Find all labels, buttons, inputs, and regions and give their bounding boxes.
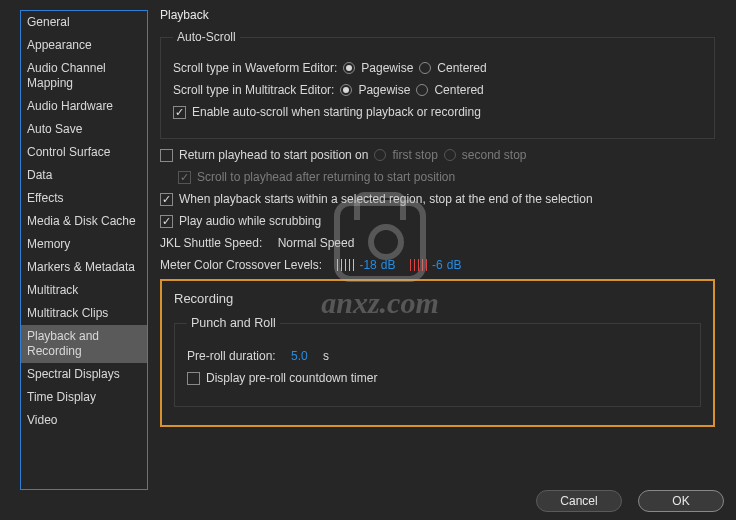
auto-scroll-group: Auto-Scroll Scroll type in Waveform Edit…	[160, 30, 715, 139]
scroll-waveform-pagewise-label: Pagewise	[361, 60, 413, 76]
sidebar-item-multitrack[interactable]: Multitrack	[21, 279, 147, 302]
sidebar-item-control-surface[interactable]: Control Surface	[21, 141, 147, 164]
dialog-footer: Cancel OK	[536, 490, 724, 512]
stop-at-end-label: When playback starts within a selected r…	[179, 191, 593, 207]
preferences-dialog: General Appearance Audio Channel Mapping…	[0, 0, 736, 520]
cancel-button[interactable]: Cancel	[536, 490, 622, 512]
sidebar-item-data[interactable]: Data	[21, 164, 147, 187]
punch-and-roll-group: Punch and Roll Pre-roll duration: 5.0 s …	[174, 316, 701, 407]
sidebar-item-time-display[interactable]: Time Display	[21, 386, 147, 409]
sidebar-item-multitrack-clips[interactable]: Multitrack Clips	[21, 302, 147, 325]
sidebar-item-general[interactable]: General	[21, 11, 147, 34]
scroll-multitrack-pagewise-label: Pagewise	[358, 82, 410, 98]
preroll-countdown-label: Display pre-roll countdown timer	[206, 370, 377, 386]
recording-section-title: Recording	[174, 291, 701, 306]
recording-highlight-frame: Recording Punch and Roll Pre-roll durati…	[160, 279, 715, 427]
preroll-duration-value[interactable]: 5.0	[291, 348, 308, 364]
preroll-duration-unit: s	[323, 348, 329, 364]
second-stop-radio	[444, 149, 456, 161]
sidebar-item-markers-metadata[interactable]: Markers & Metadata	[21, 256, 147, 279]
scroll-multitrack-centered-radio[interactable]	[416, 84, 428, 96]
sidebar-item-auto-save[interactable]: Auto Save	[21, 118, 147, 141]
meter-low-db[interactable]: -18	[359, 257, 376, 273]
scroll-to-playhead-label: Scroll to playhead after returning to st…	[197, 169, 455, 185]
main-panel: Playback Auto-Scroll Scroll type in Wave…	[160, 8, 715, 427]
stop-at-end-checkbox[interactable]	[160, 193, 173, 206]
shuttle-speed-value[interactable]: Normal Speed	[278, 235, 355, 251]
sidebar-item-appearance[interactable]: Appearance	[21, 34, 147, 57]
auto-scroll-legend: Auto-Scroll	[173, 30, 240, 44]
sidebar-item-spectral-displays[interactable]: Spectral Displays	[21, 363, 147, 386]
first-stop-label: first stop	[392, 147, 437, 163]
scroll-multitrack-label: Scroll type in Multitrack Editor:	[173, 82, 334, 98]
sidebar-item-effects[interactable]: Effects	[21, 187, 147, 210]
sidebar-item-video[interactable]: Video	[21, 409, 147, 432]
category-sidebar: General Appearance Audio Channel Mapping…	[20, 10, 148, 490]
sidebar-item-audio-hardware[interactable]: Audio Hardware	[21, 95, 147, 118]
enable-autoscroll-checkbox[interactable]	[173, 106, 186, 119]
scroll-waveform-centered-label: Centered	[437, 60, 486, 76]
sidebar-item-playback-recording[interactable]: Playback and Recording	[21, 325, 147, 363]
return-playhead-label: Return playhead to start position on	[179, 147, 368, 163]
scroll-waveform-pagewise-radio[interactable]	[343, 62, 355, 74]
scroll-waveform-label: Scroll type in Waveform Editor:	[173, 60, 337, 76]
punch-and-roll-legend: Punch and Roll	[187, 316, 280, 330]
meter-high-db-unit: dB	[447, 257, 462, 273]
meter-yellow-ticks-icon	[337, 259, 355, 271]
scrubbing-checkbox[interactable]	[160, 215, 173, 228]
sidebar-item-audio-channel-mapping[interactable]: Audio Channel Mapping	[21, 57, 147, 95]
meter-high-db[interactable]: -6	[432, 257, 443, 273]
first-stop-radio	[374, 149, 386, 161]
sidebar-item-memory[interactable]: Memory	[21, 233, 147, 256]
shuttle-speed-label: JKL Shuttle Speed:	[160, 235, 262, 251]
playback-section-title: Playback	[160, 8, 715, 22]
meter-levels-control[interactable]: -18 dB -6 dB	[337, 257, 461, 273]
scrubbing-label: Play audio while scrubbing	[179, 213, 321, 229]
return-playhead-checkbox[interactable]	[160, 149, 173, 162]
second-stop-label: second stop	[462, 147, 527, 163]
preroll-countdown-checkbox[interactable]	[187, 372, 200, 385]
sidebar-item-media-disk-cache[interactable]: Media & Disk Cache	[21, 210, 147, 233]
scroll-to-playhead-checkbox	[178, 171, 191, 184]
meter-levels-label: Meter Color Crossover Levels:	[160, 257, 322, 273]
ok-button[interactable]: OK	[638, 490, 724, 512]
scroll-waveform-centered-radio[interactable]	[419, 62, 431, 74]
scroll-multitrack-pagewise-radio[interactable]	[340, 84, 352, 96]
meter-red-ticks-icon	[410, 259, 428, 271]
enable-autoscroll-label: Enable auto-scroll when starting playbac…	[192, 104, 481, 120]
preroll-duration-label: Pre-roll duration:	[187, 348, 276, 364]
scroll-multitrack-centered-label: Centered	[434, 82, 483, 98]
meter-low-db-unit: dB	[381, 257, 396, 273]
